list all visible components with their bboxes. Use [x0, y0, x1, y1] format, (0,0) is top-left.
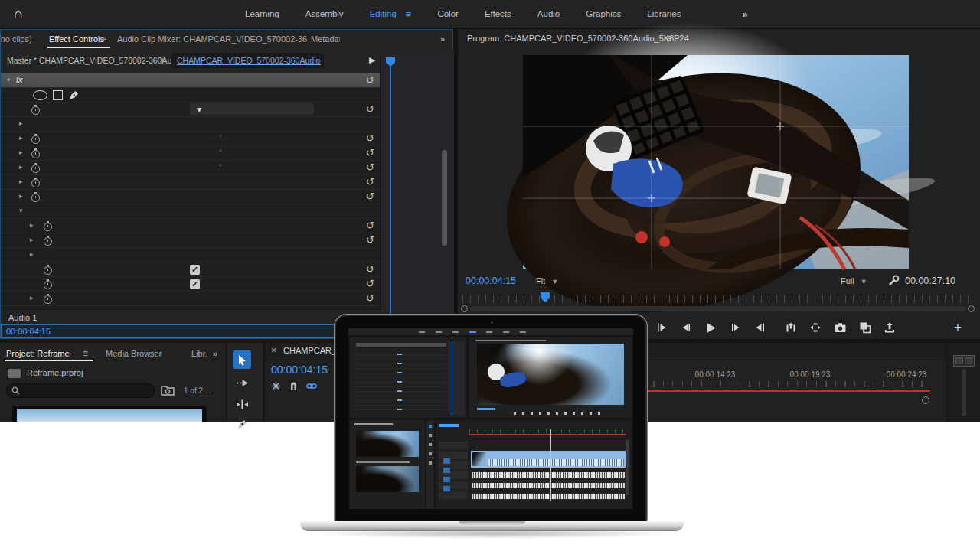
rect-mask-icon[interactable]: [53, 90, 63, 100]
step-back-icon[interactable]: [680, 321, 692, 334]
effect-param-pan-camera[interactable]: ▸°↺: [1, 132, 380, 146]
button-editor-plus-icon[interactable]: +: [954, 320, 962, 335]
effect-group-second-camera[interactable]: ▸: [1, 248, 380, 262]
reset-icon[interactable]: ↺: [366, 176, 374, 187]
effect-param-lens-curve-camera[interactable]: ▸↺: [1, 175, 380, 190]
reset-icon[interactable]: ↺: [366, 292, 374, 304]
ellipse-mask-icon[interactable]: [33, 90, 47, 100]
tab-metadata[interactable]: Metadat: [311, 30, 340, 48]
effect-param-shuttle-angle[interactable]: ▸↺: [1, 292, 380, 306]
program-timecode[interactable]: 00:00:04:15: [466, 276, 516, 286]
chevron-right-icon[interactable]: ▸: [30, 250, 34, 258]
reset-icon[interactable]: ↺: [366, 147, 374, 158]
program-video-frame[interactable]: [523, 55, 909, 269]
workspace-tab-assembly[interactable]: Assembly: [305, 9, 344, 18]
chevron-right-icon[interactable]: ▸: [30, 236, 34, 243]
search-input[interactable]: [6, 383, 155, 398]
stopwatch-icon[interactable]: [44, 266, 52, 275]
comparison-view-icon[interactable]: [859, 321, 871, 334]
stopwatch-icon[interactable]: [31, 165, 40, 173]
effect-param-motion-blur[interactable]: ✓↺: [1, 277, 380, 292]
reset-icon[interactable]: ↺: [366, 161, 374, 173]
stopwatch-icon[interactable]: [31, 135, 40, 144]
workspace-tab-effects[interactable]: Effects: [485, 9, 511, 18]
effect-group-advanced-controls[interactable]: ▾: [1, 204, 380, 219]
workspace-tab-color[interactable]: Color: [437, 9, 458, 18]
reset-icon[interactable]: ↺: [366, 74, 374, 86]
workspace-tab-learning[interactable]: Learning: [245, 9, 279, 18]
effect-param-sync-keyframes[interactable]: ✓↺: [1, 262, 380, 277]
play-clip-icon[interactable]: ▶: [369, 55, 375, 65]
tab-effect-controls[interactable]: Effect Controls: [49, 30, 104, 48]
sequence-clip-link[interactable]: CHAMPCAR_VIDEO_570002-360Audio_5K6...: [177, 56, 321, 65]
workspace-overflow-chevron[interactable]: »: [742, 8, 747, 20]
chevron-down-icon[interactable]: ▾: [19, 207, 23, 214]
reset-icon[interactable]: ↺: [366, 191, 374, 202]
scrollbar-right-end[interactable]: [968, 305, 975, 312]
nest-sequence-icon[interactable]: [271, 381, 281, 391]
linked-selection-icon[interactable]: [306, 381, 317, 391]
extract-icon[interactable]: [809, 321, 822, 334]
tab-media-browser[interactable]: Media Browser: [106, 344, 162, 363]
zoom-level-select[interactable]: Fit▼: [536, 276, 558, 285]
reset-icon[interactable]: ↺: [366, 103, 374, 115]
reset-icon[interactable]: ↺: [366, 132, 374, 144]
program-scrollbar[interactable]: [470, 306, 966, 311]
stopwatch-icon[interactable]: [44, 281, 52, 289]
tab-libraries[interactable]: Libr.: [191, 344, 207, 363]
chevron-down-icon[interactable]: ▼: [159, 57, 165, 64]
workspace-tab-graphics[interactable]: Graphics: [586, 9, 621, 18]
effect-controls-scrollbar[interactable]: [442, 150, 447, 246]
export-icon[interactable]: [884, 321, 896, 334]
chevron-right-icon[interactable]: ▸: [30, 294, 34, 302]
reset-icon[interactable]: ↺: [366, 234, 374, 246]
workspace-menu-icon[interactable]: ≡: [406, 8, 412, 20]
chevron-right-icon[interactable]: ▸: [19, 192, 23, 200]
effect-param-tilt-camera[interactable]: ▸°↺: [1, 146, 380, 161]
project-overflow-chevron[interactable]: »: [213, 344, 217, 363]
effect-param-projection[interactable]: ▼↺: [1, 103, 380, 117]
chevron-right-icon[interactable]: ▸: [19, 148, 23, 156]
stopwatch-icon[interactable]: [31, 106, 40, 115]
chevron-right-icon[interactable]: ▸: [19, 119, 23, 127]
reset-icon[interactable]: ↺: [366, 220, 374, 231]
timeline-timecode[interactable]: 00:00:04:15: [271, 364, 328, 376]
program-scrub-ruler[interactable]: [462, 295, 974, 303]
scrollbar-left-end[interactable]: [461, 305, 468, 312]
reset-icon[interactable]: ↺: [366, 263, 374, 275]
workspace-tab-audio[interactable]: Audio: [537, 9, 560, 18]
effect-group-source-operations[interactable]: ▸: [1, 117, 380, 132]
effect-header-gopro-fx-reframe[interactable]: ▾fx↺: [1, 73, 380, 88]
close-icon[interactable]: ×: [271, 345, 276, 356]
effect-param-zoom-camera[interactable]: ▸↺: [1, 190, 380, 204]
effect-param-x-offset-camera[interactable]: ▸↺: [1, 219, 380, 233]
stopwatch-icon[interactable]: [31, 150, 40, 158]
project-file-name[interactable]: Reframe.prproj: [27, 368, 83, 377]
checkbox-checked[interactable]: ✓: [190, 265, 200, 275]
stopwatch-icon[interactable]: [44, 223, 52, 231]
settings-wrench-icon[interactable]: [888, 275, 900, 286]
panel-menu-icon[interactable]: ≡: [101, 34, 106, 45]
step-forward-icon[interactable]: [730, 321, 742, 334]
mask-shape-row[interactable]: [1, 88, 380, 103]
pen-mask-icon[interactable]: [68, 90, 80, 101]
reset-icon[interactable]: ↺: [366, 278, 374, 289]
timeline-vertical-scrollbar[interactable]: [962, 369, 966, 416]
chevron-right-icon[interactable]: ▸: [19, 163, 23, 171]
projection-dropdown[interactable]: ▼: [190, 103, 314, 115]
stopwatch-icon[interactable]: [31, 179, 40, 187]
pen-tool[interactable]: [233, 415, 251, 433]
home-icon[interactable]: ⌂: [9, 5, 28, 22]
effect-param-rotate-camera[interactable]: ▸°↺: [1, 161, 380, 175]
chevron-down-icon[interactable]: ▾: [7, 76, 11, 83]
track-select-forward-tool[interactable]: [233, 373, 251, 392]
chevron-right-icon[interactable]: ▸: [19, 134, 23, 142]
effect-param-y-offset-camera[interactable]: ▸↺: [1, 233, 380, 248]
go-to-out-icon[interactable]: [754, 321, 766, 334]
stopwatch-icon[interactable]: [44, 237, 52, 246]
left-panel-overflow-chevron[interactable]: »: [440, 30, 445, 48]
clip-thumbnail-frame[interactable]: [12, 406, 207, 422]
timeline-scrollbar-end[interactable]: [922, 396, 929, 404]
playback-quality-select[interactable]: Full▼: [841, 276, 867, 285]
search-bin-icon[interactable]: [161, 384, 175, 396]
